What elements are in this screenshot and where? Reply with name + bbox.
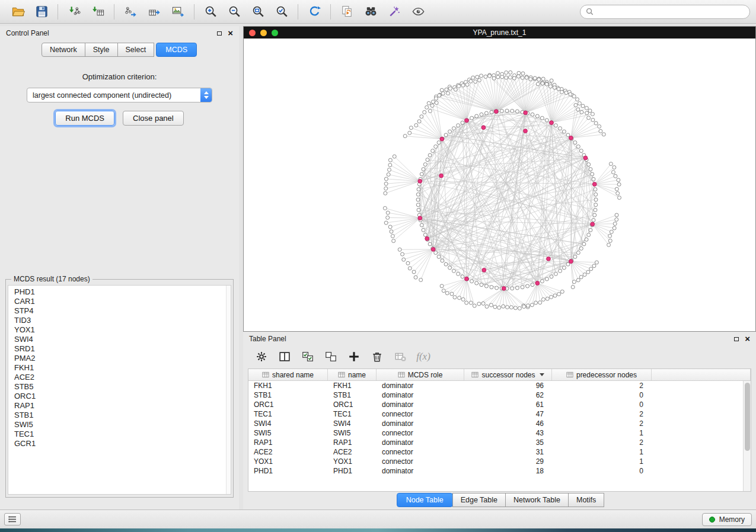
- tab-motifs[interactable]: Motifs: [568, 493, 604, 507]
- tab-node-table[interactable]: Node Table: [397, 493, 453, 507]
- open-file-icon[interactable]: [8, 3, 27, 21]
- mcds-result-item[interactable]: SWI4: [14, 335, 231, 344]
- mcds-result-item[interactable]: STB1: [14, 411, 231, 420]
- close-table-panel-icon[interactable]: ×: [745, 336, 750, 342]
- column-header-predecessor-nodes[interactable]: predecessor nodes: [552, 369, 652, 380]
- mcds-result-item[interactable]: STB5: [14, 382, 231, 392]
- close-panel-button[interactable]: Close panel: [123, 111, 184, 126]
- mcds-result-item[interactable]: YOX1: [14, 325, 231, 335]
- table-cell: YOX1: [248, 457, 328, 466]
- table-panel-header[interactable]: Table Panel ×: [243, 332, 756, 346]
- import-table-icon[interactable]: [88, 3, 107, 21]
- column-header-shared-name[interactable]: shared name: [248, 369, 328, 380]
- deselect-all-icon[interactable]: [322, 348, 340, 365]
- mcds-result-item[interactable]: CAR1: [14, 297, 231, 306]
- mcds-result-item[interactable]: STP4: [14, 306, 231, 316]
- table-cell: dominator: [377, 438, 464, 447]
- search-box[interactable]: [580, 5, 750, 19]
- table-cell: 0: [552, 400, 652, 409]
- table-scrollbar-thumb[interactable]: [745, 383, 750, 451]
- run-mcds-button[interactable]: Run MCDS: [55, 111, 114, 126]
- table-scrollbar[interactable]: [743, 381, 751, 491]
- desktop-background: [0, 528, 756, 532]
- zoom-selected-icon[interactable]: [272, 3, 291, 21]
- optimization-dropdown[interactable]: largest connected component (undirected): [27, 88, 212, 102]
- table-cell: 47: [464, 410, 552, 418]
- float-table-panel-icon[interactable]: [734, 337, 739, 341]
- table-cell: PHD1: [328, 467, 377, 475]
- table-row[interactable]: PHD1PHD1dominator180: [248, 466, 751, 476]
- tab-network-table[interactable]: Network Table: [505, 493, 569, 507]
- export-table-icon[interactable]: [145, 3, 164, 21]
- table-cell: ORC1: [248, 400, 328, 409]
- column-header-MCDS-role[interactable]: MCDS role: [377, 369, 464, 380]
- table-cell: 1: [552, 448, 652, 456]
- table-row[interactable]: RAP1RAP1dominator352: [248, 438, 751, 447]
- export-image-icon[interactable]: [168, 3, 187, 21]
- zoom-fit-icon[interactable]: [248, 3, 267, 21]
- columns-icon[interactable]: [276, 348, 294, 365]
- mcds-result-item[interactable]: GCR1: [14, 439, 231, 448]
- network-canvas[interactable]: [244, 39, 755, 331]
- table-row[interactable]: STB1STB1dominator620: [248, 390, 751, 400]
- table-row[interactable]: ACE2ACE2connector311: [248, 447, 751, 457]
- table-row[interactable]: SWI5SWI5connector431: [248, 428, 751, 438]
- tab-select[interactable]: Select: [117, 43, 155, 57]
- node-table: shared namenameMCDS rolesuccessor nodesp…: [248, 368, 751, 492]
- tab-network[interactable]: Network: [42, 43, 85, 57]
- mcds-result-item[interactable]: PMA2: [14, 354, 231, 363]
- mcds-result-item[interactable]: TID3: [14, 316, 231, 325]
- search-network-icon[interactable]: [361, 3, 380, 21]
- refresh-icon[interactable]: [305, 3, 324, 21]
- table-row[interactable]: ORC1ORC1dominator610: [248, 400, 751, 409]
- zoom-out-icon[interactable]: [225, 3, 244, 21]
- tab-edge-table[interactable]: Edge Table: [452, 493, 506, 507]
- search-input[interactable]: [597, 8, 744, 16]
- window-minimize-icon[interactable]: [260, 30, 267, 36]
- table-row[interactable]: YOX1YOX1connector291: [248, 457, 751, 466]
- show-hide-icon[interactable]: [409, 3, 428, 21]
- mcds-result-item[interactable]: ACE2: [14, 373, 231, 382]
- table-row[interactable]: SWI4SWI4dominator462: [248, 419, 751, 428]
- memory-button[interactable]: Memory: [702, 513, 752, 526]
- table-row[interactable]: TEC1TEC1connector472: [248, 409, 751, 419]
- delete-icon[interactable]: [368, 348, 386, 365]
- table-cell: 2: [552, 410, 652, 418]
- mcds-result-item[interactable]: SWI5: [14, 420, 231, 430]
- table-cell: YOX1: [328, 457, 377, 466]
- mcds-result-item[interactable]: FKH1: [14, 363, 231, 373]
- save-session-icon[interactable]: [32, 3, 51, 21]
- table-cell: SWI5: [328, 429, 377, 437]
- result-list-scrollbar[interactable]: [226, 286, 231, 494]
- mcds-result-item[interactable]: RAP1: [14, 401, 231, 411]
- mcds-result-item[interactable]: TEC1: [14, 430, 231, 439]
- select-all-icon[interactable]: [299, 348, 317, 365]
- table-row[interactable]: FKH1FKH1dominator962: [248, 381, 751, 390]
- control-panel-header[interactable]: Control Panel ×: [0, 26, 239, 40]
- column-header-name[interactable]: name: [328, 369, 377, 380]
- panel-menu-button[interactable]: [4, 513, 21, 525]
- clone-network-icon[interactable]: [337, 3, 356, 21]
- mcds-result-item[interactable]: PHD1: [14, 287, 231, 297]
- close-panel-icon[interactable]: ×: [228, 30, 233, 36]
- gear-icon[interactable]: [253, 348, 270, 365]
- tab-style[interactable]: Style: [85, 43, 118, 57]
- mcds-result-list[interactable]: PHD1CAR1STP4TID3YOX1SWI4SRD1PMA2FKH1ACE2…: [8, 285, 231, 495]
- apply-style-icon[interactable]: [385, 3, 404, 21]
- mcds-result-item[interactable]: ORC1: [14, 392, 231, 401]
- table-toolbar: f(x): [243, 346, 756, 367]
- window-close-icon[interactable]: [249, 30, 256, 36]
- table-cell: connector: [377, 448, 464, 456]
- mcds-result-item[interactable]: SRD1: [14, 344, 231, 354]
- float-panel-icon[interactable]: [217, 31, 222, 36]
- import-network-icon[interactable]: [65, 3, 84, 21]
- zoom-in-icon[interactable]: [201, 3, 220, 21]
- table-cell: ORC1: [328, 400, 377, 409]
- tab-mcds[interactable]: MCDS: [156, 43, 197, 57]
- add-icon[interactable]: [345, 348, 363, 365]
- window-maximize-icon[interactable]: [272, 30, 278, 36]
- network-window-titlebar[interactable]: YPA_prune.txt_1: [244, 27, 755, 39]
- column-header-successor-nodes[interactable]: successor nodes: [464, 369, 552, 380]
- export-network-icon[interactable]: [121, 3, 140, 21]
- table-cell: 35: [464, 438, 552, 447]
